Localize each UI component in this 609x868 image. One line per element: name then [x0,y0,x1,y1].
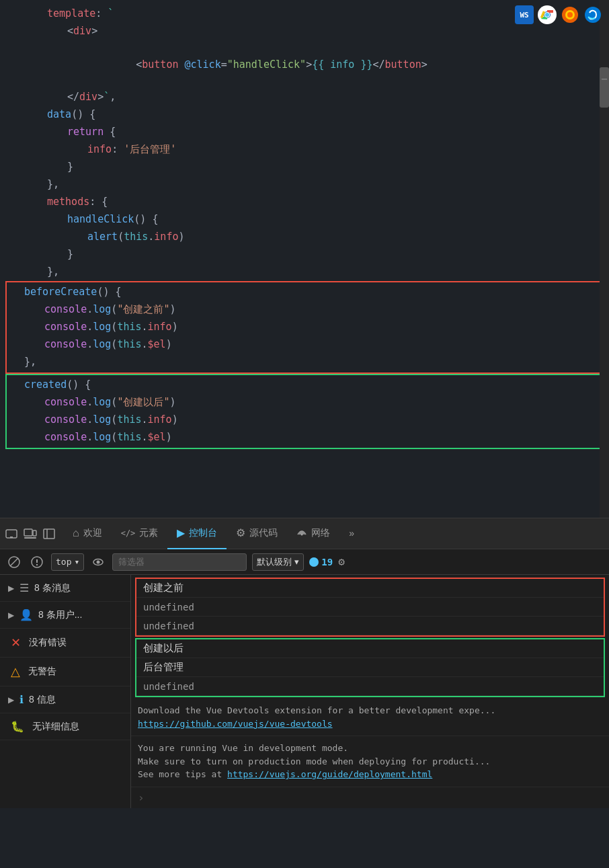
info-icon: ℹ [19,693,24,706]
svg-point-8 [567,12,573,17]
code-toolbar: WS [515,5,602,24]
backend-label: 后台管理 [143,661,184,674]
pause-on-exceptions-button[interactable] [28,553,46,571]
chevron-down-icon: ▾ [294,557,299,567]
sidebar-item-user-messages[interactable]: ▶ 👤 8 条用户... [0,602,130,629]
chrome-icon[interactable] [538,5,557,24]
sidebar-item-label: 8 条用户... [38,609,82,621]
code-line: console.log(this.$el) [7,429,602,446]
svg-point-24 [97,560,100,563]
svg-point-22 [36,563,38,565]
code-line: }, [7,354,602,371]
console-prompt[interactable]: › [131,787,609,808]
inspect-button[interactable] [22,525,39,543]
tab-sources[interactable]: ⚙ 源代码 [227,518,287,549]
code-editor: WS [0,0,609,518]
console-row-undefined-1: undefined [136,598,604,617]
sidebar-item-label: 8 条消息 [34,582,71,594]
before-create-box: beforeCreate() { console.log("创建之前") con… [5,281,604,374]
console-icon: ▶ [177,526,185,539]
sidebar-item-errors[interactable]: ✕ 没有错误 [0,629,130,658]
devtools-info-message-1: Download the Vue Devtools extension for … [131,699,609,736]
code-line: handleClick() { [0,211,609,229]
code-line: <button @click="handleClick">{{ info }}<… [0,40,609,89]
svg-point-5 [545,13,549,17]
sidebar-item-warnings[interactable]: △ 无警告 [0,658,130,686]
code-line: methods: { [0,194,609,211]
device-mode-button[interactable] [3,525,20,543]
sidebar-item-info[interactable]: ▶ ℹ 8 信息 [0,686,130,713]
devtools-link[interactable]: https://github.com/vuejs/vue-devtools [138,719,333,729]
edge-icon[interactable] [583,5,602,24]
created-box: created() { console.log("创建以后") console.… [5,374,604,449]
code-line: data() { [0,106,609,124]
code-line: info: '后台管理' [0,141,609,159]
console-row-backend: 后台管理 [136,658,604,677]
sources-icon: ⚙ [236,526,245,539]
clear-console-button[interactable] [5,553,23,571]
sidebar-item-label: 没有错误 [29,637,67,649]
console-row-created-header: 创建以后 [136,639,604,658]
svg-point-9 [585,7,601,23]
warning-icon: △ [11,664,20,679]
chevron-down-icon: ▾ [74,557,79,567]
code-line: } [0,159,609,176]
devtools-toolbar: top ▾ 默认级别 ▾ 19 ⚙ [0,549,609,575]
info-text-4: See more tips at [138,769,227,779]
created-label: 创建以后 [143,642,184,655]
list-icon: ☰ [19,582,29,594]
info-text-2: You are running Vue in development mode. [138,743,348,753]
console-row-header: 创建之前 [136,579,604,598]
svg-rect-13 [24,537,36,539]
tab-elements[interactable]: </> 元素 [112,518,168,549]
network-icon [296,526,307,540]
sidebar-item-verbose[interactable]: 🐛 无详细信息 [0,713,130,740]
sidebar-item-label: 8 信息 [29,694,56,706]
home-icon: ⌂ [73,527,79,539]
code-line: return { [0,124,609,141]
code-line: console.log(this.$el) [7,336,602,354]
vuejs-deployment-link[interactable]: https://vuejs.org/guide/deployment.html [227,769,432,779]
console-row-undefined-3: undefined [136,677,604,696]
filter-input-wrapper[interactable] [112,553,247,571]
prompt-icon: › [138,791,145,804]
eye-button[interactable] [89,553,107,571]
top-label: top [56,557,71,567]
tab-more[interactable]: » [339,518,364,549]
arrow-icon: ▶ [8,584,14,593]
before-create-label: 创建之前 [143,582,184,594]
settings-gear-icon[interactable]: ⚙ [338,555,345,568]
code-line: console.log(this.info) [7,319,602,336]
console-output: 创建之前 undefined undefined 创建以后 后台管理 und [131,575,609,808]
code-line: <div> [0,23,609,40]
bug-icon: 🐛 [11,720,24,733]
level-label: 默认级别 [257,556,292,568]
user-icon: 👤 [19,608,33,621]
sidebar-button[interactable] [40,525,58,543]
devtools-tabs: ⌂ 欢迎 </> 元素 ▶ 控制台 ⚙ 源代码 网络 » [0,518,609,549]
firefox-icon[interactable] [561,5,579,24]
code-line: created() { [7,377,602,394]
console-sidebar: ▶ ☰ 8 条消息 ▶ 👤 8 条用户... ✕ 没有错误 △ 无警告 [0,575,131,808]
tab-console[interactable]: ▶ 控制台 [167,518,227,549]
sidebar-item-messages[interactable]: ▶ ☰ 8 条消息 [0,575,130,602]
more-icon: » [349,528,354,539]
svg-rect-11 [10,537,13,538]
tab-network[interactable]: 网络 [287,518,339,549]
ws-icon[interactable]: WS [515,5,534,24]
badge-dot [309,557,319,567]
context-selector[interactable]: top ▾ [51,553,84,571]
elements-icon: </> [121,528,136,538]
code-line: console.log("创建之前") [7,301,602,319]
code-line: alert(this.info) [0,229,609,246]
created-console-section: 创建以后 后台管理 undefined [135,638,605,697]
code-line: </div>`, [0,89,609,106]
filter-input[interactable] [118,557,241,567]
console-content: ▶ ☰ 8 条消息 ▶ 👤 8 条用户... ✕ 没有错误 △ 无警告 [0,575,609,808]
console-row-undefined-2: undefined [136,617,604,635]
svg-rect-12 [24,529,32,536]
log-level-selector[interactable]: 默认级别 ▾ [252,553,304,571]
editor-scrollbar[interactable]: − [600,0,609,518]
sidebar-item-label: 无详细信息 [32,721,79,733]
tab-welcome[interactable]: ⌂ 欢迎 [63,518,112,549]
